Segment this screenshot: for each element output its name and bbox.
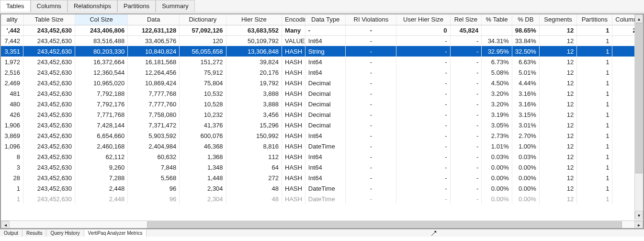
cell-seg[interactable]: 12: [539, 172, 576, 183]
cell-enc[interactable]: HASH: [282, 46, 305, 57]
cell-enc[interactable]: Many: [282, 25, 305, 35]
cell-dict[interactable]: 10,232: [180, 109, 226, 120]
cell-uhs[interactable]: 0: [396, 25, 450, 35]
scroll-right-button[interactable]: ▸: [634, 221, 643, 229]
cell-part[interactable]: 1: [577, 78, 612, 88]
cell-data[interactable]: 96: [128, 183, 180, 194]
cell-rels[interactable]: -: [450, 194, 482, 204]
cell-csize[interactable]: 10,965,020: [75, 78, 128, 88]
cell-enc[interactable]: HASH: [282, 67, 305, 78]
cell-dtype[interactable]: Int64: [305, 67, 346, 78]
cell-data[interactable]: 2,404,984: [128, 141, 180, 151]
table-row[interactable]: 7,442243,452,63083,516,48833,406,5761205…: [1, 35, 643, 46]
cell-pdb[interactable]: 98.65%: [512, 25, 539, 35]
hscroll-thumb[interactable]: [147, 221, 622, 229]
cell-pdb[interactable]: 33.84%: [512, 35, 539, 46]
cell-enc[interactable]: HASH: [282, 151, 305, 162]
cell-ptab[interactable]: 0.00%: [482, 194, 512, 204]
cell-ality[interactable]: 2,469: [1, 78, 23, 88]
cell-rels[interactable]: -: [450, 141, 482, 151]
cell-hier[interactable]: 50,109,792: [226, 35, 282, 46]
cell-dict[interactable]: 75,804: [180, 78, 226, 88]
cell-tsize[interactable]: 243,452,630: [23, 194, 75, 204]
cell-uhs[interactable]: -: [396, 109, 450, 120]
cell-hier[interactable]: 19,792: [226, 78, 282, 88]
tab-tables[interactable]: Tables: [0, 0, 31, 12]
cell-csize[interactable]: 83,516,488: [75, 35, 128, 46]
cell-ality[interactable]: 1: [1, 194, 23, 204]
cell-dict[interactable]: 1,348: [180, 162, 226, 172]
cell-dict[interactable]: 120: [180, 35, 226, 46]
cell-csize[interactable]: 62,112: [75, 151, 128, 162]
cell-rels[interactable]: -: [450, 183, 482, 194]
cell-dict[interactable]: 41,376: [180, 120, 226, 130]
cell-csize[interactable]: 7,288: [75, 172, 128, 183]
cell-riv[interactable]: -: [346, 194, 396, 204]
cell-ality[interactable]: 3,869: [1, 130, 23, 141]
cell-data[interactable]: 7,371,472: [128, 120, 180, 130]
cell-data[interactable]: 33,406,576: [128, 35, 180, 46]
cell-riv[interactable]: -: [346, 141, 396, 151]
cell-tsize[interactable]: 243,452,630: [23, 57, 75, 67]
cell-dtype[interactable]: Int64: [305, 35, 346, 46]
cell-dtype[interactable]: Decimal: [305, 88, 346, 99]
vscroll-track[interactable]: [635, 23, 643, 211]
scroll-left-button[interactable]: ◂: [1, 221, 10, 229]
column-header-tsize[interactable]: Table Size: [23, 14, 75, 25]
cell-seg[interactable]: 12: [539, 99, 576, 109]
table-row[interactable]: 1243,452,6302,448962,30448HASHDateTime--…: [1, 194, 643, 204]
table-row[interactable]: 1,096243,452,6302,460,1682,404,98446,368…: [1, 141, 643, 151]
cell-uhs[interactable]: -: [396, 162, 450, 172]
cell-data[interactable]: 122,631,128: [128, 25, 180, 35]
cell-part[interactable]: 1: [577, 194, 612, 204]
table-row[interactable]: 1,906243,452,6307,428,1447,371,47241,376…: [1, 120, 643, 130]
cell-enc[interactable]: VALUE: [282, 35, 305, 46]
cell-part[interactable]: 1: [577, 162, 612, 172]
column-header-dtype[interactable]: Data Type: [305, 14, 346, 25]
cell-ality[interactable]: 481: [1, 88, 23, 99]
column-header-uhs[interactable]: User Hier Size: [396, 14, 450, 25]
cell-rels[interactable]: -: [450, 88, 482, 99]
tab-summary[interactable]: Summary: [156, 0, 195, 12]
cell-csize[interactable]: 7,771,768: [75, 109, 128, 120]
vscroll-thumb[interactable]: [635, 23, 643, 173]
bottom-tab-results[interactable]: Results: [23, 230, 46, 237]
cell-riv[interactable]: -: [346, 78, 396, 88]
cell-enc[interactable]: HASH: [282, 141, 305, 151]
cell-dict[interactable]: 75,912: [180, 67, 226, 78]
cell-ptab[interactable]: 32.95%: [482, 46, 512, 57]
cell-enc[interactable]: HASH: [282, 78, 305, 88]
bottom-tab-vertipaq-analyzer-metrics[interactable]: VertiPaq Analyzer Metrics: [84, 230, 147, 237]
cell-rels[interactable]: -: [450, 99, 482, 109]
cell-ptab[interactable]: 4.50%: [482, 78, 512, 88]
column-header-enc[interactable]: Encoding: [282, 14, 305, 25]
cell-part[interactable]: 1: [577, 57, 612, 67]
cell-rels[interactable]: 45,824: [450, 25, 482, 35]
cell-hier[interactable]: 3,456: [226, 109, 282, 120]
cell-hier[interactable]: 272: [226, 172, 282, 183]
cell-uhs[interactable]: -: [396, 194, 450, 204]
cell-ptab[interactable]: [482, 25, 512, 35]
cell-ality[interactable]: 480: [1, 99, 23, 109]
cell-hier[interactable]: 64: [226, 162, 282, 172]
cell-csize[interactable]: 2,448: [75, 194, 128, 204]
cell-pdb[interactable]: 32.50%: [512, 46, 539, 57]
column-header-seg[interactable]: Segments: [539, 14, 576, 25]
cell-rels[interactable]: -: [450, 162, 482, 172]
cell-seg[interactable]: 12: [539, 46, 576, 57]
cell-csize[interactable]: 7,428,144: [75, 120, 128, 130]
cell-part[interactable]: 1: [577, 67, 612, 78]
cell-data[interactable]: 7,777,760: [128, 99, 180, 109]
cell-dict[interactable]: 1,448: [180, 172, 226, 183]
cell-ality[interactable]: 3,351: [1, 46, 23, 57]
cell-ptab[interactable]: 3.19%: [482, 109, 512, 120]
cell-part[interactable]: 1: [577, 46, 612, 57]
cell-csize[interactable]: 6,654,660: [75, 130, 128, 141]
cell-pdb[interactable]: 3.16%: [512, 99, 539, 109]
cell-enc[interactable]: HASH: [282, 172, 305, 183]
cell-seg[interactable]: 12: [539, 141, 576, 151]
summary-row[interactable]: ',442243,452,630243,406,806122,631,12857…: [1, 25, 643, 35]
cell-uhs[interactable]: -: [396, 67, 450, 78]
cell-uhs[interactable]: -: [396, 183, 450, 194]
cell-hier[interactable]: 20,176: [226, 67, 282, 78]
